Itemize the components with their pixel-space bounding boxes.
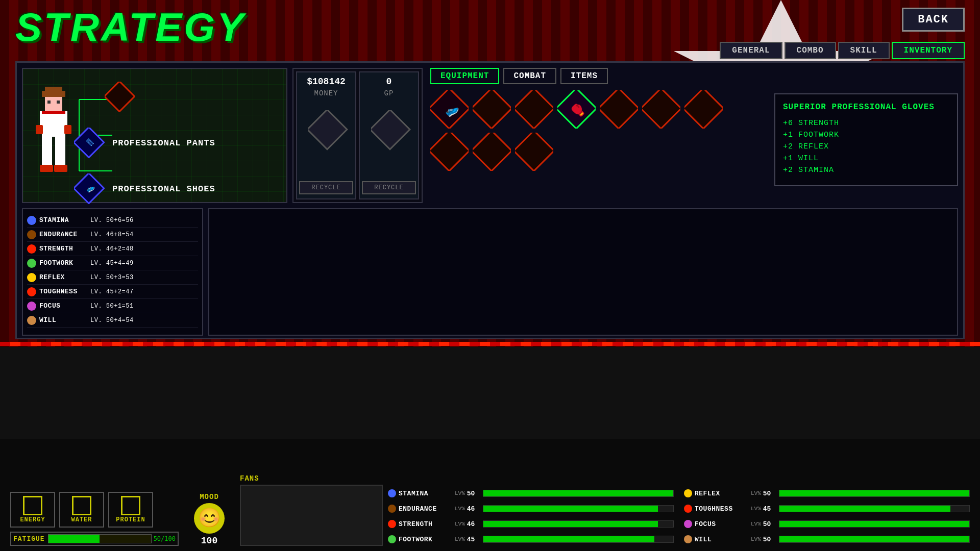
stat-row-footwork: FOOTWORK LV. 45+4=49 <box>27 256 198 270</box>
bs-will-lv: LV% <box>751 536 761 542</box>
bs-footwork-bar <box>483 536 674 543</box>
item-slot-1[interactable]: 👟 <box>430 90 469 129</box>
svg-rect-38 <box>515 133 553 171</box>
slot2-label: PROFESSIONAL PANTS <box>112 138 215 148</box>
tab-items[interactable]: ITEMS <box>560 68 608 84</box>
gp-label: GP <box>384 89 394 97</box>
reflex-name: REFLEX <box>39 273 90 281</box>
bs-stamina-icon <box>388 489 396 497</box>
strength-value: LV. 46+2=48 <box>90 245 134 253</box>
item-slot-10[interactable] <box>515 133 553 171</box>
bs-focus-icon <box>684 520 692 528</box>
item-slot-9[interactable] <box>473 133 511 171</box>
stamina-value: LV. 50+6=56 <box>90 217 134 224</box>
inventory-tabs: EQUIPMENT COMBAT ITEMS <box>430 68 958 84</box>
money-value: $108142 <box>307 77 346 87</box>
item-slot-4-gloves[interactable]: 🥊 <box>557 90 596 129</box>
bs-endurance-icon <box>388 505 396 513</box>
item-slot-6[interactable] <box>642 90 680 129</box>
water-box[interactable]: WATER <box>59 492 104 528</box>
back-button[interactable]: BACK <box>902 8 965 32</box>
energy-box[interactable]: ENERGY <box>10 492 55 528</box>
svg-rect-10 <box>42 111 65 137</box>
bs-toughness-bar <box>779 505 970 512</box>
fatigue-container: FATIGUE 50/100 <box>10 532 179 546</box>
item-slot-7[interactable] <box>684 90 723 129</box>
item-slot-8[interactable] <box>430 133 469 171</box>
tab-skill[interactable]: SKILL <box>838 42 890 59</box>
item-tooltip: SUPERIOR PROFESSIONAL GLOVES +6 STRENGTH… <box>774 93 958 186</box>
bs-stamina-val: 50 <box>467 490 480 497</box>
svg-rect-25 <box>308 110 347 149</box>
fans-box <box>240 485 383 546</box>
svg-rect-20 <box>105 82 135 112</box>
item-slot-2[interactable] <box>473 90 511 129</box>
will-name: WILL <box>39 316 90 324</box>
stamina-name: STAMINA <box>39 216 90 224</box>
tooltip-stat-5: +2 STAMINA <box>783 166 949 174</box>
money-recycle-button[interactable]: RECYCLE <box>299 181 353 194</box>
bs-toughness-val: 45 <box>763 505 776 513</box>
tooltip-stat-3: +2 REFLEX <box>783 142 949 151</box>
protein-label: PROTEIN <box>116 516 145 523</box>
consumables-section: ENERGY WATER PROTEIN FATIGUE 50/100 <box>10 492 179 546</box>
bs-will-val: 50 <box>763 536 776 543</box>
gp-value: 0 <box>386 77 392 87</box>
svg-rect-6 <box>42 91 65 97</box>
money-label: MONEY <box>314 89 338 97</box>
bs-endurance-name: ENDURANCE <box>399 505 455 513</box>
fatigue-value: 50/100 <box>154 535 176 542</box>
svg-rect-36 <box>430 133 469 171</box>
mood-value: 100 <box>184 536 235 546</box>
bottom-stat-reflex: REFLEX LV% 50 <box>684 487 970 500</box>
bs-stamina-bar <box>483 490 674 497</box>
tab-equipment[interactable]: EQUIPMENT <box>430 68 499 84</box>
tooltip-title: SUPERIOR PROFESSIONAL GLOVES <box>783 102 949 113</box>
protein-box[interactable]: PROTEIN <box>108 492 153 528</box>
description-panel <box>208 208 958 336</box>
svg-rect-18 <box>40 165 53 172</box>
focus-name: FOCUS <box>39 302 90 310</box>
bottom-stat-toughness: TOUGHNESS LV% 45 <box>684 502 970 515</box>
footwork-name: FOOTWORK <box>39 259 90 267</box>
item-slot-3[interactable] <box>515 90 553 129</box>
fans-section: FANS <box>240 474 383 546</box>
equipment-slots: 👖 PROFESSIONAL PANTS 👟 PROFESSIONAL SHOE… <box>74 74 283 219</box>
bs-endurance-val: 46 <box>467 505 480 513</box>
footwork-value: LV. 45+4=49 <box>90 260 134 267</box>
svg-rect-7 <box>45 97 62 111</box>
stat-row-focus: FOCUS LV. 50+1=51 <box>27 299 198 313</box>
gp-diamond <box>371 110 407 146</box>
bs-reflex-lv: LV% <box>751 490 761 496</box>
focus-icon <box>27 302 36 311</box>
mood-label: MOOD <box>184 493 235 501</box>
stat-row-stamina: STAMINA LV. 50+6=56 <box>27 213 198 228</box>
svg-rect-15 <box>64 125 71 134</box>
bs-reflex-icon <box>684 489 692 497</box>
mood-face: 😊 <box>194 503 225 534</box>
money-diamond <box>308 110 344 146</box>
toughness-name: TOUGHNESS <box>39 288 90 295</box>
bs-strength-bar <box>483 520 674 528</box>
tab-combat[interactable]: COMBAT <box>503 68 556 84</box>
stat-row-strength: STRENGTH LV. 46+2=48 <box>27 242 198 256</box>
fatigue-bar <box>48 534 152 543</box>
inventory-section: EQUIPMENT COMBAT ITEMS 👟 <box>430 68 958 203</box>
svg-rect-26 <box>371 110 410 149</box>
toughness-value: LV. 45+2=47 <box>90 288 134 295</box>
stats-panel: STAMINA LV. 50+6=56 ENDURANCE LV. 46+8=5… <box>22 208 203 336</box>
item-slot-5[interactable] <box>600 90 638 129</box>
strength-icon <box>27 244 36 254</box>
tab-combo[interactable]: COMBO <box>785 42 836 59</box>
tab-inventory[interactable]: INVENTORY <box>892 42 965 59</box>
bs-reflex-val: 50 <box>763 490 776 497</box>
bottom-stat-stamina: STAMINA LV% 50 <box>388 487 674 500</box>
tab-general[interactable]: GENERAL <box>720 42 782 59</box>
stat-row-will: WILL LV. 50+4=54 <box>27 313 198 328</box>
svg-rect-9 <box>57 101 60 104</box>
gp-recycle-button[interactable]: RECYCLE <box>362 181 416 194</box>
stamina-icon <box>27 216 36 225</box>
svg-rect-14 <box>36 125 43 134</box>
mood-section: MOOD 😊 100 <box>184 493 235 546</box>
equip-slot-1 <box>105 82 283 112</box>
